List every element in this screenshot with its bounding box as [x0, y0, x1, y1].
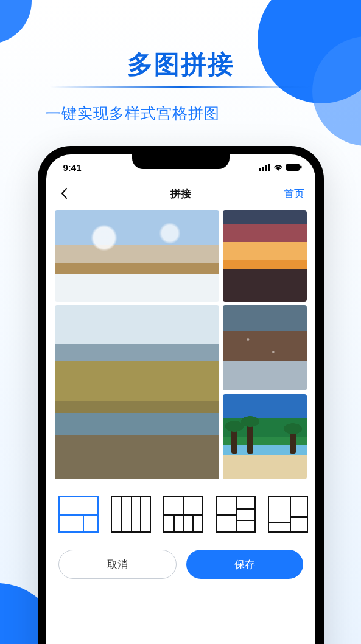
signal-icon	[259, 162, 270, 173]
collage-slot[interactable]	[223, 305, 307, 390]
svg-rect-2	[265, 165, 267, 171]
svg-rect-0	[259, 168, 261, 171]
template-option[interactable]	[268, 496, 308, 533]
back-button[interactable]	[55, 184, 73, 203]
phone-notch	[132, 154, 230, 169]
home-link[interactable]: 首页	[284, 187, 304, 201]
decor-circle	[0, 0, 32, 44]
collage-slot[interactable]	[223, 394, 307, 479]
template-option[interactable]	[216, 496, 256, 533]
template-option[interactable]	[58, 496, 99, 533]
phone-screen: 9:41 拼接 首页	[46, 154, 315, 644]
chevron-left-icon	[60, 187, 68, 199]
svg-rect-1	[262, 167, 264, 171]
phone-frame: 9:41 拼接 首页	[38, 146, 324, 644]
wifi-icon	[273, 162, 283, 173]
battery-icon	[286, 162, 302, 173]
template-list[interactable]	[46, 496, 315, 533]
collage-slot[interactable]	[55, 210, 219, 302]
svg-rect-5	[300, 165, 302, 168]
promo-subtitle: 一键实现多样式宫格拼图	[46, 103, 220, 123]
collage-slot[interactable]	[55, 305, 219, 479]
template-option[interactable]	[111, 496, 151, 533]
promo-title: 多图拼接	[0, 47, 361, 81]
save-button[interactable]: 保存	[186, 550, 303, 579]
cancel-button[interactable]: 取消	[58, 550, 177, 579]
action-row: 取消 保存	[58, 550, 303, 579]
status-time: 9:41	[63, 162, 82, 173]
nav-bar: 拼接 首页	[46, 180, 315, 207]
svg-rect-3	[268, 164, 270, 171]
svg-rect-4	[286, 164, 300, 171]
promo-underline	[50, 86, 312, 88]
nav-title: 拼接	[170, 187, 191, 201]
collage-grid	[55, 210, 307, 478]
template-option[interactable]	[163, 496, 203, 533]
collage-slot[interactable]	[223, 210, 307, 302]
